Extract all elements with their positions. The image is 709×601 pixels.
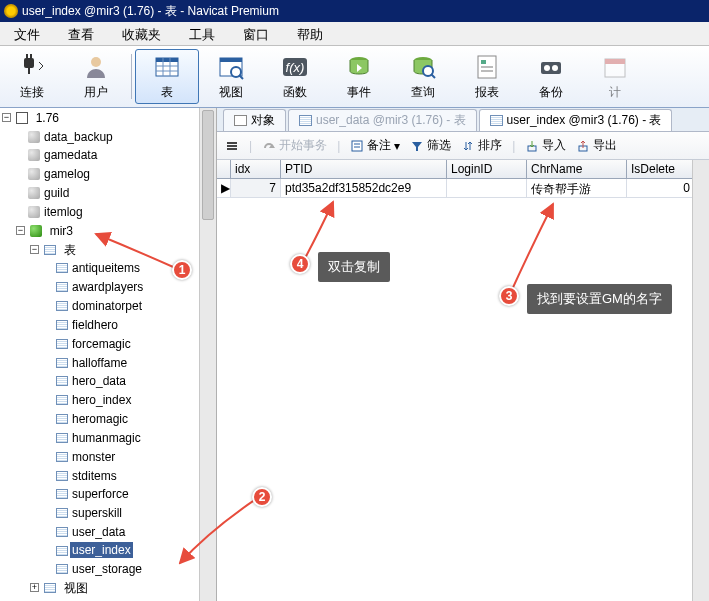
sort-button[interactable]: 排序 xyxy=(461,137,502,154)
filter-icon xyxy=(410,139,424,153)
tool-schedule[interactable]: 计 xyxy=(583,46,647,107)
collapse-icon[interactable]: − xyxy=(2,113,11,122)
menu-fav[interactable]: 收藏夹 xyxy=(108,22,175,45)
begin-transaction-button[interactable]: 开始事务 xyxy=(262,137,327,154)
grid-header-chrname[interactable]: ChrName xyxy=(527,160,627,178)
tool-connection[interactable]: 连接 xyxy=(0,46,64,107)
tool-backup[interactable]: 备份 xyxy=(519,46,583,107)
memo-button[interactable]: 备注 ▾ xyxy=(350,137,400,154)
svg-rect-1 xyxy=(26,54,28,59)
expand-icon[interactable]: + xyxy=(30,583,39,592)
grid-row[interactable]: ▶ 7 ptd35a2df315852dc2e9 传奇帮手游 0 xyxy=(217,179,709,198)
collapse-icon[interactable]: − xyxy=(30,245,39,254)
tree-table[interactable]: dominatorpet xyxy=(44,296,216,315)
tree-db[interactable]: gamelog xyxy=(16,164,216,183)
tree-views-label: 视图 xyxy=(62,580,90,596)
collapse-icon[interactable]: − xyxy=(16,226,25,235)
tool-view[interactable]: 视图 xyxy=(199,46,263,107)
content-tabbar: 对象 user_data @mir3 (1.76) - 表 user_index… xyxy=(217,108,709,132)
tree-table[interactable]: forcemagic xyxy=(44,334,216,353)
cell-idx[interactable]: 7 xyxy=(231,179,281,197)
navigation-tree[interactable]: − 1.76 data_backup gamedata gamelog guil… xyxy=(0,108,217,601)
tree-db[interactable]: itemlog xyxy=(16,202,216,221)
tab-objects[interactable]: 对象 xyxy=(223,109,286,131)
database-icon xyxy=(28,168,40,180)
tool-table[interactable]: 表 xyxy=(135,49,199,104)
tree-table-selected[interactable]: user_index xyxy=(44,541,216,559)
cell-isdelete[interactable]: 0 xyxy=(627,179,695,197)
tree-table[interactable]: hero_index xyxy=(44,390,216,409)
tab-user-index[interactable]: user_index @mir3 (1.76) - 表 xyxy=(479,109,673,131)
grid-row-marker-header[interactable] xyxy=(217,160,231,178)
grid-header-ptid[interactable]: PTID xyxy=(281,160,447,178)
menu-window[interactable]: 窗口 xyxy=(229,22,283,45)
chevron-down-icon: ▾ xyxy=(394,139,400,153)
annotation-badge-4: 4 xyxy=(290,254,310,274)
tree-table[interactable]: stditems xyxy=(44,466,216,485)
cell-chrname[interactable]: 传奇帮手游 xyxy=(527,179,627,197)
tree-table-label: fieldhero xyxy=(70,317,120,333)
tree-table[interactable]: user_storage xyxy=(44,559,216,578)
menu-file[interactable]: 文件 xyxy=(0,22,54,45)
tree-table-label: hero_index xyxy=(70,392,133,408)
tool-user[interactable]: 用户 xyxy=(64,46,128,107)
cell-ptid[interactable]: ptd35a2df315852dc2e9 xyxy=(281,179,447,197)
tree-db[interactable]: gamedata xyxy=(16,146,216,165)
tool-backup-label: 备份 xyxy=(539,84,563,101)
menu-view[interactable]: 查看 xyxy=(54,22,108,45)
tool-function[interactable]: f(x) 函数 xyxy=(263,46,327,107)
menu-button[interactable] xyxy=(225,139,239,153)
tree-tables-group[interactable]: − 表 antiqueitems awardplayers dominatorp… xyxy=(30,240,216,578)
menu-bar: 文件 查看 收藏夹 工具 窗口 帮助 xyxy=(0,22,709,46)
tree-tables-label: 表 xyxy=(62,242,78,258)
views-icon xyxy=(44,583,56,593)
cell-loginid[interactable] xyxy=(447,179,527,197)
tree-views-group[interactable]: + 视图 xyxy=(30,578,216,597)
menu-tools[interactable]: 工具 xyxy=(175,22,229,45)
tool-query[interactable]: 查询 xyxy=(391,46,455,107)
tree-db[interactable]: guild xyxy=(16,183,216,202)
tree-table[interactable]: awardplayers xyxy=(44,277,216,296)
schedule-icon xyxy=(600,52,630,82)
tree-connection[interactable]: − 1.76 data_backup gamedata gamelog guil… xyxy=(2,108,216,597)
import-button[interactable]: 导入 xyxy=(525,137,566,154)
filter-button[interactable]: 筛选 xyxy=(410,137,451,154)
tree-db-label: data_backup xyxy=(42,129,115,145)
tables-icon xyxy=(44,245,56,255)
toolbar-separator xyxy=(131,54,132,99)
tool-connection-label: 连接 xyxy=(20,84,44,101)
tree-table-label: user_index xyxy=(70,542,133,558)
tree-table[interactable]: superskill xyxy=(44,503,216,522)
tree-table-label: antiqueitems xyxy=(70,260,142,276)
grid-scrollbar[interactable] xyxy=(692,160,709,601)
tree-table[interactable]: heromagic xyxy=(44,409,216,428)
tree-table[interactable]: user_data xyxy=(44,522,216,541)
tree-table[interactable]: monster xyxy=(44,447,216,466)
grid-header-loginid[interactable]: LoginID xyxy=(447,160,527,178)
tree-db[interactable]: data_backup xyxy=(16,127,216,146)
import-label: 导入 xyxy=(542,137,566,154)
export-button[interactable]: 导出 xyxy=(576,137,617,154)
table-toolbar: | 开始事务 | 备注 ▾ 筛选 排序 | 导入 xyxy=(217,132,709,160)
svg-text:f(x): f(x) xyxy=(286,60,305,75)
menu-help[interactable]: 帮助 xyxy=(283,22,337,45)
tool-report[interactable]: 报表 xyxy=(455,46,519,107)
connection-icon xyxy=(16,112,28,124)
svg-rect-11 xyxy=(220,58,242,62)
tab-user-data-label: user_data @mir3 (1.76) - 表 xyxy=(316,112,466,129)
tree-table[interactable]: fieldhero xyxy=(44,315,216,334)
tool-event[interactable]: 事件 xyxy=(327,46,391,107)
app-logo-icon xyxy=(4,4,18,18)
grid-header-isdelete[interactable]: IsDelete xyxy=(627,160,695,178)
table-icon xyxy=(56,527,68,537)
tree-table[interactable]: halloffame xyxy=(44,353,216,372)
tab-user-data[interactable]: user_data @mir3 (1.76) - 表 xyxy=(288,109,477,131)
tree-table[interactable]: hero_data xyxy=(44,372,216,391)
main-toolbar: 连接 用户 表 视图 f(x) 函数 事件 查询 xyxy=(0,46,709,108)
tree-table[interactable]: humanmagic xyxy=(44,428,216,447)
tree-table-label: user_data xyxy=(70,524,127,540)
scrollbar-thumb[interactable] xyxy=(202,110,214,220)
grid-header-idx[interactable]: idx xyxy=(231,160,281,178)
tree-scrollbar[interactable] xyxy=(199,108,216,601)
tree-table[interactable]: superforce xyxy=(44,485,216,504)
